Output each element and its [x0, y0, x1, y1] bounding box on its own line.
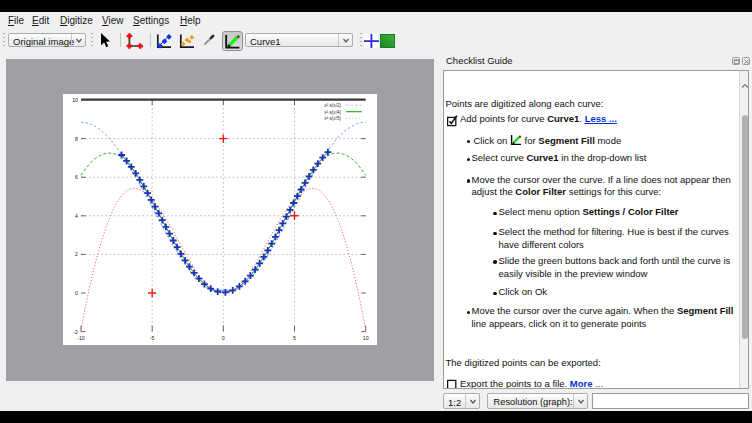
- svg-text:10: 10: [363, 335, 369, 341]
- svg-text:0: 0: [75, 290, 78, 296]
- svg-text:5: 5: [293, 335, 296, 341]
- svg-text:2: 2: [75, 251, 78, 257]
- svg-text:10: 10: [72, 97, 78, 103]
- svg-text:-2: -2: [73, 329, 78, 335]
- svg-text:6: 6: [75, 174, 78, 180]
- svg-text:-5: -5: [150, 335, 155, 341]
- svg-text:x²·s(x/4): x²·s(x/4): [324, 110, 341, 115]
- svg-text:x²·s(x/5): x²·s(x/5): [324, 116, 341, 121]
- svg-text:0: 0: [222, 335, 225, 341]
- svg-text:x²·s(x/2): x²·s(x/2): [324, 103, 341, 108]
- svg-text:4: 4: [75, 213, 78, 219]
- svg-text:-10: -10: [77, 335, 85, 341]
- svg-text:8: 8: [75, 136, 78, 142]
